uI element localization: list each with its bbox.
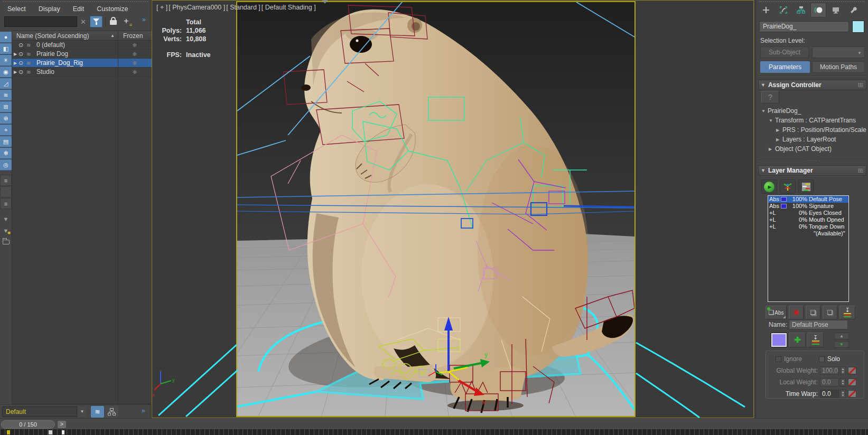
- cat-rig-button[interactable]: [780, 179, 796, 194]
- solo-checkbox[interactable]: Solo: [819, 355, 840, 363]
- visibility-eye-icon[interactable]: ⊙: [18, 51, 26, 58]
- global-weight-field[interactable]: 100.0: [820, 366, 839, 375]
- show-containers-icon[interactable]: ▤: [0, 136, 12, 147]
- spinner[interactable]: ▲▼: [840, 366, 846, 375]
- motion-paths-button[interactable]: Motion Paths: [812, 61, 865, 73]
- layer-row-selected[interactable]: Abs 100% Default Pose: [768, 196, 848, 203]
- viewport-pov-menu[interactable]: [ PhysCamera000 ]: [169, 4, 225, 11]
- show-frozen-icon[interactable]: ✻: [0, 148, 12, 159]
- layer-name-field[interactable]: Default Pose: [789, 320, 848, 329]
- spinner[interactable]: ▲▼: [840, 378, 846, 386]
- frozen-column-header[interactable]: Frozen: [123, 32, 143, 40]
- blank-view-icon[interactable]: [0, 186, 12, 197]
- visibility-eye-icon[interactable]: ⊙: [18, 69, 26, 75]
- expand-arrow-icon[interactable]: ▶: [12, 70, 18, 74]
- controller-tree-item[interactable]: ▶ PRS : Position/Rotation/Scale: [776, 126, 866, 134]
- show-bones-icon[interactable]: ⌖: [0, 125, 12, 136]
- keyframe-marker[interactable]: [49, 430, 52, 434]
- keyframe-marker[interactable]: [62, 430, 64, 434]
- filter-funnel-icon[interactable]: ▼: [0, 213, 12, 224]
- menu-customize[interactable]: Customize: [97, 5, 128, 15]
- spinner[interactable]: ▲▼: [840, 390, 846, 398]
- sub-object-dropdown[interactable]: ▼: [812, 46, 865, 58]
- tab-utilities[interactable]: [845, 3, 861, 17]
- add-selection-set-button[interactable]: + ≡: [120, 16, 132, 27]
- tab-create[interactable]: [758, 3, 774, 17]
- toolbar-overflow-chevron[interactable]: »: [142, 16, 145, 23]
- menu-select[interactable]: Select: [7, 5, 26, 15]
- table-row[interactable]: ▶ ⊙ ≋ Prairie Dog ✻: [12, 50, 152, 59]
- filter-button[interactable]: [90, 16, 102, 27]
- list-view-icon[interactable]: ≡: [0, 175, 12, 186]
- show-groups-icon[interactable]: ⊞: [0, 101, 12, 112]
- expand-arrow-icon[interactable]: ▶: [12, 61, 18, 65]
- tab-hierarchy[interactable]: [793, 3, 809, 17]
- menu-edit[interactable]: Edit: [73, 5, 85, 15]
- weight-curve-button[interactable]: [848, 367, 856, 374]
- layer-row[interactable]: +L 0% Tongue Down: [768, 223, 848, 230]
- show-lights-icon[interactable]: ☀: [0, 55, 12, 66]
- frozen-toggle-icon[interactable]: ✻: [118, 42, 152, 48]
- layer-color-swatch[interactable]: [771, 333, 787, 347]
- show-helpers-icon[interactable]: ◿: [0, 78, 12, 89]
- sort-by-hierarchy-button[interactable]: [105, 406, 118, 418]
- viewport-general-menu[interactable]: [ + ]: [156, 4, 167, 11]
- layer-row[interactable]: Abs 100% Signature: [768, 203, 848, 210]
- assign-controller-rollout-header[interactable]: ▼ Assign Controller: [758, 80, 866, 90]
- name-column-header[interactable]: Name (Sorted Ascending): [16, 32, 89, 40]
- move-layer-down-button[interactable]: ▼: [834, 341, 849, 348]
- visibility-eye-icon[interactable]: ⊙: [18, 60, 26, 67]
- layer-transform-gizmo-button[interactable]: ✚: [789, 333, 806, 347]
- show-cameras-icon[interactable]: ◉: [0, 67, 12, 78]
- tab-display[interactable]: [828, 3, 844, 17]
- collapse-to-layer-button[interactable]: ↧: [807, 333, 824, 347]
- layer-row[interactable]: +L 0% Mouth Opned: [768, 216, 848, 223]
- collapse-layers-button[interactable]: ↧: [839, 306, 855, 319]
- controller-tree-item[interactable]: ▶ Layers : LayerRoot: [776, 135, 836, 144]
- paste-layer-button[interactable]: ❏: [823, 306, 837, 319]
- controller-tree-item[interactable]: ▼ PrairieDog_: [761, 107, 801, 115]
- parameters-button[interactable]: Parameters: [760, 61, 810, 73]
- assign-controller-button[interactable]: ?: [761, 91, 779, 103]
- time-slider-frame-indicator[interactable]: 0 / 150: [1, 420, 55, 429]
- layer-row[interactable]: +L 0% Eyes Closed: [768, 210, 848, 216]
- layer-manager-rollout-header[interactable]: ▼ Layer Manager: [758, 165, 866, 176]
- frozen-toggle-icon[interactable]: ✻: [118, 51, 152, 57]
- viewport-renderer-menu[interactable]: [ Standard ]: [226, 4, 260, 11]
- layer-row-available[interactable]: "(Available)": [768, 230, 848, 237]
- weight-curve-button[interactable]: [848, 379, 856, 386]
- table-header[interactable]: Name (Sorted Ascending) ▲ Frozen: [12, 31, 152, 41]
- preset-dropdown-arrow[interactable]: ▼: [78, 406, 86, 417]
- delete-layer-button[interactable]: ✖: [789, 306, 804, 319]
- time-warp-field[interactable]: 0.0: [820, 390, 839, 398]
- show-spacewarps-icon[interactable]: ≋: [0, 90, 12, 101]
- table-empty-area[interactable]: [12, 77, 152, 403]
- weight-curve-button[interactable]: [848, 390, 856, 398]
- tab-modify[interactable]: [776, 3, 791, 17]
- layer-list-button[interactable]: [798, 179, 814, 194]
- drag-grip-icon[interactable]: [858, 83, 863, 87]
- search-input[interactable]: [4, 16, 77, 27]
- copy-layer-button[interactable]: ❏: [806, 306, 820, 319]
- clear-search-icon[interactable]: ✕: [80, 18, 86, 26]
- object-name-field[interactable]: PrairieDog_: [759, 21, 849, 32]
- camera-safe-frame[interactable]: y x: [236, 1, 636, 417]
- ignore-checkbox[interactable]: Ignore: [776, 355, 802, 363]
- next-frame-button[interactable]: >: [58, 421, 66, 428]
- footer-overflow-chevron[interactable]: »: [142, 407, 145, 414]
- controller-tree-item[interactable]: ▶ Object (CAT Object): [769, 145, 832, 153]
- per-view-filter-icon[interactable]: [321, 4, 329, 11]
- tab-motion[interactable]: [810, 3, 826, 17]
- add-abs-layer-button[interactable]: ❏ Abs: [766, 306, 787, 319]
- show-xrefs-icon[interactable]: ⊕: [0, 113, 12, 124]
- table-row[interactable]: ⊙ ≋ 0 (default) ✻: [12, 41, 152, 50]
- object-color-swatch[interactable]: [852, 21, 864, 33]
- viewport[interactable]: y x: [152, 0, 754, 418]
- visibility-eye-icon[interactable]: ⊙: [18, 42, 26, 49]
- cat-playback-button[interactable]: ▶: [761, 179, 777, 194]
- lock-button[interactable]: [108, 17, 118, 27]
- folder-icon[interactable]: [0, 237, 12, 248]
- track-bar[interactable]: [0, 429, 868, 435]
- filter-config-icon[interactable]: ▼✱: [0, 225, 12, 236]
- show-hidden-icon[interactable]: ◎: [0, 159, 12, 171]
